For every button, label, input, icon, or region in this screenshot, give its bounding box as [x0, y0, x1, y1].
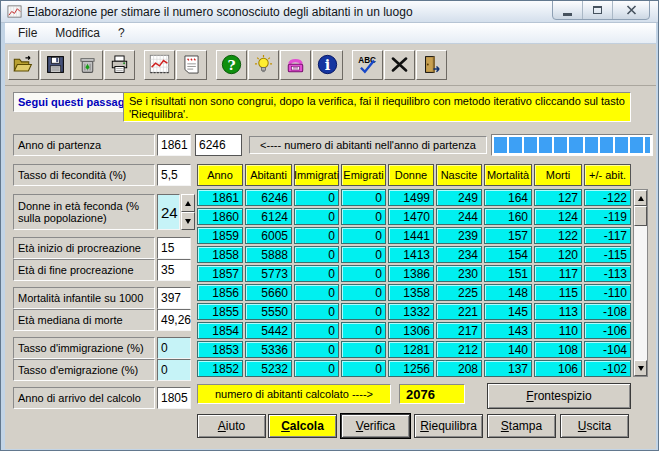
field-eta-inizio-procreazione: Età inizio di procreazione15 — [13, 237, 191, 259]
field-label: Tasso d'immigrazione (%) — [13, 337, 155, 359]
table-cell: 212 — [436, 341, 482, 358]
table-cell: -102 — [584, 360, 631, 377]
scroll-up-icon[interactable] — [634, 190, 647, 206]
table-cell: -108 — [584, 303, 631, 320]
menu-item-modifica[interactable]: Modifica — [46, 24, 109, 42]
field-label: Anno di arrivo del calcolo — [13, 387, 155, 409]
table-scrollbar[interactable] — [633, 189, 648, 377]
minimize-button[interactable] — [553, 1, 583, 19]
field-label: Età inizio di procreazione — [13, 237, 155, 259]
eta-mediana-morte-value[interactable]: 49,26 — [157, 309, 191, 331]
maximize-button[interactable] — [583, 1, 613, 19]
phone-button[interactable] — [280, 50, 311, 80]
action-riequilibra-button[interactable]: Riequilibra — [414, 414, 483, 438]
table-cell: 124 — [534, 208, 582, 225]
table-cell: -106 — [584, 322, 631, 339]
population-hint: <---- numero di abitanti nell'anno di pa… — [249, 136, 487, 154]
table-cell: -119 — [584, 208, 631, 225]
app-icon — [7, 4, 22, 19]
table-cell: 1856 — [197, 284, 243, 301]
field-eta-mediana-morte: Età mediana di morte49,26 — [13, 309, 191, 331]
table-cell: 137 — [484, 360, 532, 377]
action-aiuto-button[interactable]: Aiuto — [197, 414, 266, 438]
table-cell: 1857 — [197, 265, 243, 282]
action-verifica-button[interactable]: Verifica — [341, 414, 410, 438]
table-cell: 217 — [436, 322, 482, 339]
eta-fine-procreazione-value[interactable]: 35 — [157, 259, 191, 281]
scroll-thumb[interactable] — [634, 206, 647, 226]
progress-segment — [554, 137, 567, 153]
table-cell: 5442 — [245, 322, 292, 339]
table-cell: 225 — [436, 284, 482, 301]
menu-item-file[interactable]: File — [9, 24, 46, 42]
spellcheck-button[interactable]: ABC — [352, 50, 383, 80]
column-header: Immigrati — [294, 164, 339, 186]
progress-segment — [524, 137, 537, 153]
table-cell: 1854 — [197, 322, 243, 339]
exit-button[interactable] — [416, 50, 447, 80]
tasso-fecondita-value[interactable]: 5,5 — [157, 164, 191, 186]
menu-item-help[interactable]: ? — [109, 24, 134, 42]
table-cell: 0 — [341, 246, 386, 263]
help-button[interactable]: ? — [216, 50, 247, 80]
table-cell: 127 — [534, 189, 582, 206]
open-button[interactable] — [8, 50, 39, 80]
mortalita-infantile-value[interactable]: 397 — [157, 287, 191, 309]
table-cell: 0 — [341, 341, 386, 358]
field-tasso-fecondita: Tasso di fecondità (%)5,5 — [13, 164, 191, 186]
scroll-down-icon[interactable] — [634, 360, 647, 376]
exit-icon — [421, 54, 442, 75]
report-button[interactable] — [176, 50, 207, 80]
table-header: AnnoAbitantiImmigratiEmigratiDonneNascit… — [197, 164, 631, 186]
spinner-down-icon[interactable] — [181, 212, 195, 230]
close-button[interactable] — [613, 1, 649, 19]
table-cell: 1332 — [388, 303, 434, 320]
table-cell: 1853 — [197, 341, 243, 358]
table-cell: 145 — [484, 303, 532, 320]
table-cell: 151 — [484, 265, 532, 282]
table-cell: 164 — [484, 189, 532, 206]
eta-inizio-procreazione-value[interactable]: 15 — [157, 237, 191, 259]
table-cell: 1499 — [388, 189, 434, 206]
info-button[interactable]: i — [312, 50, 343, 80]
chart-button[interactable] — [144, 50, 175, 80]
frontespizio-button[interactable]: Frontespizio — [487, 383, 631, 409]
action-calcola-button[interactable]: Calcola — [268, 414, 337, 438]
anno-arrivo-calcolo-value[interactable]: 1805 — [157, 387, 191, 409]
tasso-immigrazione-value[interactable]: 0 — [157, 337, 191, 359]
table-cell: 5232 — [245, 360, 292, 377]
table-cell: 1441 — [388, 227, 434, 244]
column-header: Anno — [197, 164, 243, 186]
column-header: Abitanti — [245, 164, 292, 186]
save-button[interactable] — [40, 50, 71, 80]
table-cell: 1858 — [197, 246, 243, 263]
table-cell: -113 — [584, 265, 631, 282]
table-cell: 1413 — [388, 246, 434, 263]
tip-button[interactable] — [248, 50, 279, 80]
population-input[interactable] — [195, 134, 242, 156]
column-header: Morti — [534, 164, 582, 186]
cancel-button[interactable] — [384, 50, 415, 80]
info-icon: i — [317, 54, 338, 75]
donne-eta-feconda-value[interactable]: 24 — [157, 194, 180, 230]
report-icon — [181, 54, 202, 75]
trash-icon — [77, 54, 98, 75]
progress-segment — [494, 137, 507, 153]
start-year-input[interactable] — [157, 134, 191, 156]
print-button[interactable] — [104, 50, 135, 80]
table-cell: 0 — [341, 208, 386, 225]
trash-button[interactable] — [72, 50, 103, 80]
action-stampa-button[interactable]: Stampa — [487, 414, 556, 438]
column-header: Mortalità — [484, 164, 532, 186]
tasso-emigrazione-value[interactable]: 0 — [157, 359, 191, 381]
progress-segment — [539, 137, 552, 153]
close-icon — [626, 5, 637, 15]
column-header: Emigrati — [341, 164, 386, 186]
table-cell: 249 — [436, 189, 482, 206]
action-uscita-button[interactable]: Uscita — [560, 414, 629, 438]
table-cell: 110 — [534, 322, 582, 339]
spinner-up-icon[interactable] — [181, 194, 195, 212]
table-cell: 0 — [341, 227, 386, 244]
table-cell: 148 — [484, 284, 532, 301]
field-anno-arrivo-calcolo: Anno di arrivo del calcolo1805 — [13, 387, 191, 409]
